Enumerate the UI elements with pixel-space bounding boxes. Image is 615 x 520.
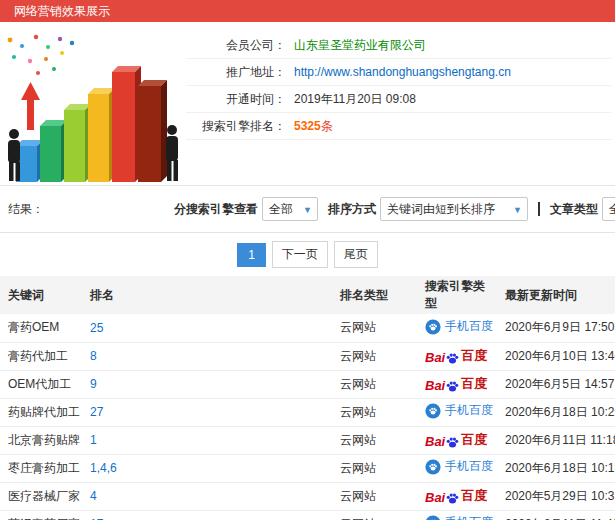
engine-cell: 手机百度: [417, 398, 497, 426]
rank-type-cell: 云网站: [332, 314, 417, 342]
mobile-baidu-icon: [425, 403, 441, 419]
rank-link[interactable]: 25: [90, 321, 103, 335]
bar-chart-illustration: [0, 22, 186, 182]
updated-cell: 2020年6月9日 17:50: [497, 314, 615, 342]
table-row: 膏药代加工 8 云网站 Bai 百度 2020年6月10日 13:40: [0, 342, 615, 370]
table-header-row: 关键词 排名 排名类型 搜索引擎类型 最新更新时间: [0, 276, 615, 314]
rank-link[interactable]: 9: [90, 377, 97, 391]
rank-count-unit: 条: [321, 118, 333, 135]
summary-section: 会员公司： 山东皇圣堂药业有限公司 推广地址： http://www.shand…: [0, 22, 615, 186]
engine-label: 百度: [461, 347, 487, 365]
results-table: 关键词 排名 排名类型 搜索引擎类型 最新更新时间 膏药OEM 25 云网站 手…: [0, 276, 615, 520]
header-engine-type: 搜索引擎类型: [417, 276, 497, 314]
engine-cell: Bai 百度: [417, 342, 497, 370]
rank-count-label: 搜索引擎排名：: [186, 118, 286, 135]
bars: [16, 66, 167, 182]
updated-cell: 2020年5月29日 10:32: [497, 482, 615, 510]
table-row: 医疗器械厂家 4 云网站 Bai 百度 2020年5月29日 10:32: [0, 482, 615, 510]
baidu-latin-text: Bai: [425, 434, 445, 449]
table-row: 菏泽膏药厂家 17 云网站 手机百度 2020年6月11日 11:40: [0, 510, 615, 520]
table-row: 膏药OEM 25 云网站 手机百度 2020年6月9日 17:50: [0, 314, 615, 342]
open-time-label: 开通时间：: [186, 91, 286, 108]
company-label: 会员公司：: [186, 37, 286, 54]
rank-link[interactable]: 8: [90, 349, 97, 363]
engine-filter-value: 全部: [269, 202, 293, 216]
rank-type-cell: 云网站: [332, 398, 417, 426]
mobile-baidu-badge: 手机百度: [425, 402, 493, 419]
businessman-left: [8, 129, 20, 181]
businessman-right: [166, 125, 178, 181]
engine-filter-select[interactable]: 全部 ▼: [262, 197, 318, 221]
last-page-button[interactable]: 尾页: [334, 241, 378, 268]
engine-label: 百度: [461, 431, 487, 449]
page-title: 网络营销效果展示: [14, 3, 110, 20]
header-rank-type: 排名类型: [332, 276, 417, 314]
keyword-cell: 枣庄膏药加工: [0, 454, 82, 482]
rank-link[interactable]: 1,4,6: [90, 461, 117, 475]
filter-bar: 结果： 分搜索引擎查看 全部 ▼ 排序方式 关键词由短到长排序 ▼ 文章类型 全…: [0, 186, 615, 233]
filter-controls: 分搜索引擎查看 全部 ▼ 排序方式 关键词由短到长排序 ▼ 文章类型 全部 ▼ …: [164, 196, 615, 222]
rank-type-cell: 云网站: [332, 510, 417, 520]
sort-filter-select[interactable]: 关键词由短到长排序 ▼: [380, 197, 528, 221]
filter-separator: [538, 202, 540, 216]
sort-filter-label: 排序方式: [328, 201, 376, 218]
table-row: 枣庄膏药加工 1,4,6 云网站 手机百度 2020年6月18日 10:19: [0, 454, 615, 482]
updated-cell: 2020年6月18日 10:25: [497, 398, 615, 426]
baidu-logo: Bai 百度: [425, 375, 487, 393]
info-row-company: 会员公司： 山东皇圣堂药业有限公司: [186, 32, 611, 59]
engine-label: 手机百度: [445, 318, 493, 335]
mobile-baidu-icon: [425, 459, 441, 475]
header-keyword: 关键词: [0, 276, 82, 314]
engine-label: 百度: [461, 375, 487, 393]
type-filter-value: 全部: [609, 202, 615, 216]
info-row-rank-count: 搜索引擎排名： 5325 条: [186, 113, 611, 140]
table-row: OEM代加工 9 云网站 Bai 百度 2020年6月5日 14:57: [0, 370, 615, 398]
updated-cell: 2020年6月18日 10:19: [497, 454, 615, 482]
mobile-baidu-badge: 手机百度: [425, 318, 493, 335]
baidu-latin-text: Bai: [425, 378, 445, 393]
engine-cell: Bai 百度: [417, 370, 497, 398]
rank-link[interactable]: 1: [90, 433, 97, 447]
keyword-cell: 医疗器械厂家: [0, 482, 82, 510]
mobile-baidu-icon: [425, 515, 441, 520]
engine-cell: Bai 百度: [417, 426, 497, 454]
page-number-current[interactable]: 1: [237, 243, 266, 267]
rank-type-cell: 云网站: [332, 454, 417, 482]
table-row: 药贴牌代加工 27 云网站 手机百度 2020年6月18日 10:25: [0, 398, 615, 426]
promo-url-link[interactable]: http://www.shandonghuangshengtang.cn: [294, 65, 511, 79]
up-arrow-graphic: [21, 82, 40, 130]
keyword-cell: 膏药代加工: [0, 342, 82, 370]
rank-count-value: 5325: [294, 119, 321, 133]
rank-link[interactable]: 27: [90, 405, 103, 419]
chevron-down-icon: ▼: [513, 198, 522, 222]
header-updated: 最新更新时间: [497, 276, 615, 314]
baidu-paw-icon: [446, 380, 459, 392]
keyword-cell: OEM代加工: [0, 370, 82, 398]
result-section-label: 结果：: [8, 201, 44, 218]
baidu-paw-icon: [446, 436, 459, 448]
mobile-baidu-icon: [425, 319, 441, 335]
table-row: 北京膏药贴牌 1 云网站 Bai 百度 2020年6月11日 11:18: [0, 426, 615, 454]
keyword-cell: 菏泽膏药厂家: [0, 510, 82, 520]
keyword-cell: 北京膏药贴牌: [0, 426, 82, 454]
growth-chart-graphic: [0, 30, 186, 190]
confetti-dots: [8, 35, 75, 75]
account-info-panel: 会员公司： 山东皇圣堂药业有限公司 推广地址： http://www.shand…: [186, 22, 615, 185]
baidu-latin-text: Bai: [425, 490, 445, 505]
rank-type-cell: 云网站: [332, 342, 417, 370]
baidu-latin-text: Bai: [425, 350, 445, 365]
baidu-logo: Bai 百度: [425, 431, 487, 449]
updated-cell: 2020年6月10日 13:40: [497, 342, 615, 370]
info-row-open-time: 开通时间： 2019年11月20日 09:08: [186, 86, 611, 113]
baidu-logo: Bai 百度: [425, 487, 487, 505]
updated-cell: 2020年6月5日 14:57: [497, 370, 615, 398]
rank-link[interactable]: 4: [90, 489, 97, 503]
engine-label: 手机百度: [445, 458, 493, 475]
engine-filter-label: 分搜索引擎查看: [174, 201, 258, 218]
company-link[interactable]: 山东皇圣堂药业有限公司: [294, 37, 426, 54]
baidu-paw-icon: [446, 492, 459, 504]
rank-type-cell: 云网站: [332, 370, 417, 398]
next-page-button[interactable]: 下一页: [272, 241, 328, 268]
type-filter-select[interactable]: 全部 ▼: [602, 197, 615, 221]
open-time-value: 2019年11月20日 09:08: [294, 91, 416, 108]
